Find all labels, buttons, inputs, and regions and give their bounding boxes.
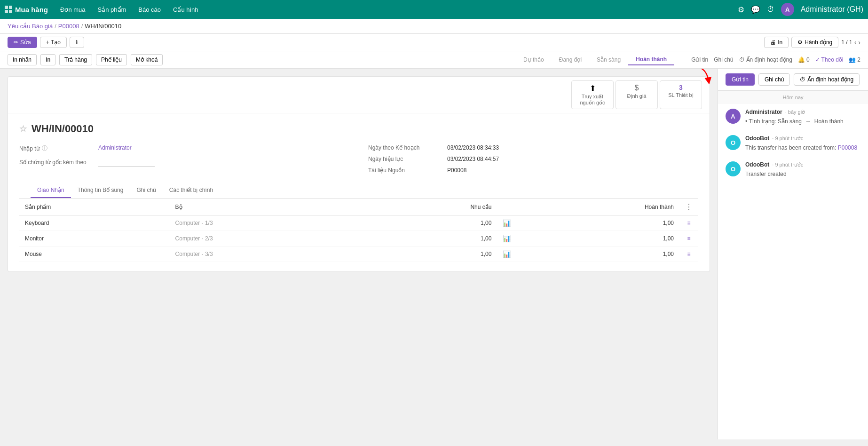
message-avatar: A: [726, 109, 741, 124]
create-button[interactable]: + Tạo: [40, 37, 67, 48]
user-avatar[interactable]: A: [781, 3, 794, 16]
message-content: Administrator · bây giờ • Tình trạng: Sẵ…: [745, 109, 860, 126]
print-button-2[interactable]: In: [40, 54, 55, 65]
nav-don-mua[interactable]: Đơn mua: [55, 0, 90, 19]
status-bar: In nhãn In Trả hàng Phế liệu Mở khoá Dự …: [0, 51, 868, 69]
smart-buttons: ⬆ Truy xuấtnguồn gốc $ Định giá 3 SL Thi…: [8, 77, 710, 113]
field-nhap-tu: Nhập từ ⓘ Administrator: [19, 144, 349, 152]
top-icons: ⚙ 💬 ⏱ A Administrator (GH): [738, 3, 863, 16]
app-icon[interactable]: Mua hàng: [5, 6, 48, 14]
tab-cac-thiet-bi[interactable]: Các thiết bị chính: [163, 183, 220, 198]
print-button[interactable]: 🖨 In: [764, 37, 789, 48]
document-title: WH/IN/00010: [32, 123, 94, 135]
tab-ghi-chu[interactable]: Ghi chú: [130, 183, 162, 198]
nav-san-pham[interactable]: Sản phẩm: [93, 0, 131, 19]
nhap-tu-value[interactable]: Administrator: [98, 144, 132, 151]
chatter-panel: Gửi tin Ghi chú ⏱ Ấn định hoạt động Hôm …: [718, 69, 868, 439]
document-area: ☆ WH/IN/00010 Nhập từ ⓘ Administrator: [8, 113, 710, 271]
follow-button[interactable]: ✓ Theo dõi: [815, 56, 844, 63]
chatter-header: Gửi tin Ghi chú ⏱ Ấn định hoạt động: [718, 69, 868, 91]
field-tai-lieu-nguon: Tài liệu Nguồn P00008: [368, 167, 698, 174]
next-page-button[interactable]: ›: [858, 39, 860, 46]
row-detail-cell[interactable]: ≡: [679, 247, 698, 262]
smart-btn-truy-xuat[interactable]: ⬆ Truy xuấtnguồn gốc: [571, 80, 614, 109]
message-avatar: O: [726, 135, 741, 150]
dollar-icon: $: [635, 84, 639, 92]
table-more-icon[interactable]: ⋮: [685, 203, 693, 211]
col-hoan-thanh: Hoàn thành: [516, 199, 679, 215]
tai-lieu-nguon-value: P00008: [447, 167, 466, 174]
users-button[interactable]: 👥 2: [849, 56, 860, 63]
prev-page-button[interactable]: ‹: [854, 39, 857, 46]
left-panel: ⬆ Truy xuấtnguồn gốc $ Định giá 3 SL Thi…: [0, 69, 718, 439]
send-message-btn[interactable]: Gửi tin: [726, 73, 755, 86]
activity-button[interactable]: ⏱ Ấn định hoạt động: [739, 56, 792, 63]
stage-dang-doi[interactable]: Đang đợi: [552, 55, 589, 65]
ngay-ke-hoach-value: 03/02/2023 08:34:33: [447, 144, 499, 151]
favorite-star-icon[interactable]: ☆: [19, 124, 27, 134]
ngay-hieu-luc-value: 03/02/2023 08:44:57: [447, 156, 499, 162]
message-body: Transfer created: [745, 170, 860, 178]
document-fields: Nhập từ ⓘ Administrator Số chứng từ gốc …: [19, 144, 698, 174]
edit-button[interactable]: ✏ Sửa: [8, 37, 37, 48]
left-fields: Nhập từ ⓘ Administrator Số chứng từ gốc …: [19, 144, 349, 174]
schedule-activity-btn[interactable]: ⏱ Ấn định hoạt động: [794, 73, 860, 86]
message-time: · 9 phút trước: [772, 162, 803, 168]
tab-giao-nhan[interactable]: Giao Nhận: [31, 183, 71, 198]
stage-san-sang[interactable]: Sẵn sàng: [589, 55, 628, 65]
col-bo: Bộ: [170, 199, 367, 215]
smart-btn-dinh-gia[interactable]: $ Định giá: [615, 80, 658, 109]
product-bo: Computer - 1/3: [170, 215, 367, 231]
stage-hoan-thanh[interactable]: Hoàn thành: [628, 54, 674, 65]
chat-message: O OdooBot · 9 phút trước Transfer create…: [718, 157, 868, 183]
main-content: ⬆ Truy xuấtnguồn gốc $ Định giá 3 SL Thi…: [0, 69, 868, 439]
upload-icon: ⬆: [590, 84, 596, 93]
product-hoan-thanh: 1,00: [516, 215, 679, 231]
message-author: OdooBot: [745, 161, 769, 168]
chart-icon-cell[interactable]: 📊: [497, 247, 516, 262]
settings-icon[interactable]: ⚙: [738, 5, 744, 14]
tab-thong-tin[interactable]: Thông tin Bổ sung: [71, 183, 130, 198]
clock-icon[interactable]: ⏱: [767, 5, 774, 14]
chat-icon[interactable]: 💬: [751, 5, 760, 14]
status-stages: Dự thảo Đang đợi Sẵn sàng Hoàn thành: [516, 54, 674, 65]
note-button[interactable]: Ghi chú: [714, 56, 733, 63]
breadcrumb-item-2[interactable]: P00008: [58, 23, 79, 30]
return-button[interactable]: Trả hàng: [59, 54, 92, 65]
nhap-tu-info-icon[interactable]: ⓘ: [42, 144, 47, 152]
breadcrumb-item-3: WH/IN/00010: [85, 23, 121, 30]
table-row: Keyboard Computer - 1/3 1,00 📊 1,00 ≡: [19, 215, 698, 231]
chart-icon-cell[interactable]: 📊: [497, 231, 516, 247]
date-divider: Hôm nay: [718, 91, 868, 104]
product-table: Sản phẩm Bộ Nhu cầu Hoàn thành ⋮: [19, 199, 698, 262]
print-icon: 🖨: [770, 39, 776, 46]
row-detail-cell[interactable]: ≡: [679, 231, 698, 247]
field-ngay-hieu-luc: Ngày hiệu lực 03/02/2023 08:44:57: [368, 156, 698, 162]
smart-btn-sl-thiet-bi[interactable]: 3 SL Thiết bị: [660, 80, 702, 109]
follow-count[interactable]: 🔔 0: [798, 56, 810, 63]
action-button[interactable]: ⚙ Hành động: [791, 37, 838, 48]
chart-icon-cell[interactable]: 📊: [497, 215, 516, 231]
stage-du-thao[interactable]: Dự thảo: [516, 55, 552, 65]
edit-icon: ✏: [14, 39, 18, 46]
info-button[interactable]: ℹ: [70, 37, 84, 48]
product-nhu-cau: 1,00: [367, 215, 497, 231]
nhap-tu-label: Nhập từ: [19, 145, 40, 152]
p00008-link[interactable]: P00008: [838, 144, 857, 151]
device-count: 3: [679, 84, 683, 91]
breadcrumb-item-1[interactable]: Yêu cầu Báo giá: [8, 23, 53, 30]
document-tabs: Giao Nhận Thông tin Bổ sung Ghi chú Các …: [19, 183, 698, 199]
red-arrow-annotation: [690, 69, 713, 88]
add-note-btn[interactable]: Ghi chú: [758, 73, 790, 86]
unlock-button[interactable]: Mở khoá: [131, 54, 163, 65]
print-label-button[interactable]: In nhãn: [8, 54, 37, 65]
row-detail-cell[interactable]: ≡: [679, 215, 698, 231]
send-message-button[interactable]: Gửi tin: [691, 56, 708, 63]
admin-label[interactable]: Administrator (GH): [801, 5, 863, 14]
clock-icon-2: ⏱: [800, 76, 805, 83]
field-so-chung-tu: Số chứng từ gốc kèm theo: [19, 159, 349, 167]
nav-bao-cao[interactable]: Báo cáo: [134, 0, 166, 19]
so-chung-tu-value[interactable]: [98, 159, 155, 167]
scrap-button[interactable]: Phế liệu: [96, 54, 127, 65]
nav-cau-hinh[interactable]: Cấu hình: [168, 0, 203, 19]
